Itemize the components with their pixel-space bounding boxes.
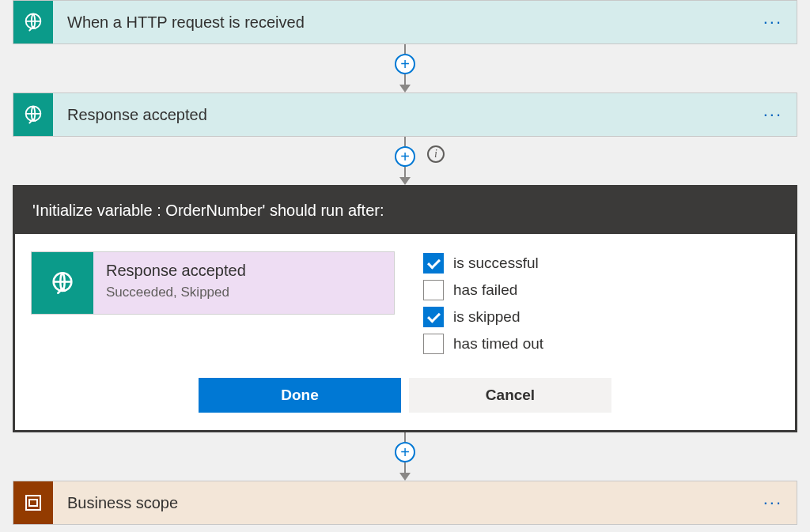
step-business-scope[interactable]: Business scope ··· [13,481,797,525]
checkbox[interactable] [423,253,444,274]
add-step-button[interactable]: + [395,54,415,74]
option-is-skipped[interactable]: is skipped [423,305,543,329]
step-title: Business scope [53,494,749,512]
info-icon[interactable]: i [427,145,445,163]
option-label: is skipped [453,308,520,326]
globe-icon [13,93,53,136]
globe-icon [32,252,93,314]
step-title: When a HTTP request is received [53,13,749,32]
run-after-options: is successful has failed is skipped has … [423,251,543,356]
predecessor-card[interactable]: Response accepted Succeeded, Skipped [31,251,395,315]
more-icon[interactable]: ··· [749,104,797,125]
add-step-button[interactable]: + [395,146,415,167]
more-icon[interactable]: ··· [749,12,797,32]
svg-rect-3 [26,496,40,510]
predecessor-title: Response accepted [106,262,246,280]
checkbox[interactable] [423,334,444,354]
done-button[interactable]: Done [199,378,401,413]
add-step-button[interactable]: + [395,442,415,462]
run-after-header: 'Initialize variable : OrderNumber' shou… [15,187,795,234]
svg-rect-4 [29,500,37,506]
option-has-failed[interactable]: has failed [423,278,543,302]
predecessor-status: Succeeded, Skipped [106,285,246,300]
run-after-panel: 'Initialize variable : OrderNumber' shou… [13,185,797,432]
option-label: has failed [453,281,517,299]
connector: + i [13,137,797,185]
option-label: is successful [453,255,539,272]
option-has-timed-out[interactable]: has timed out [423,332,543,356]
globe-icon [13,1,53,43]
option-is-successful[interactable]: is successful [423,251,543,275]
step-title: Response accepted [53,106,749,124]
more-icon[interactable]: ··· [749,492,797,513]
step-response-accepted[interactable]: Response accepted ··· [13,92,797,137]
checkbox[interactable] [423,307,444,327]
connector: + [13,432,797,481]
option-label: has timed out [453,335,543,353]
step-http-request[interactable]: When a HTTP request is received ··· [13,0,797,44]
cancel-button[interactable]: Cancel [409,378,611,413]
scope-icon [13,481,53,524]
checkbox[interactable] [423,280,444,300]
connector: + [13,44,797,92]
